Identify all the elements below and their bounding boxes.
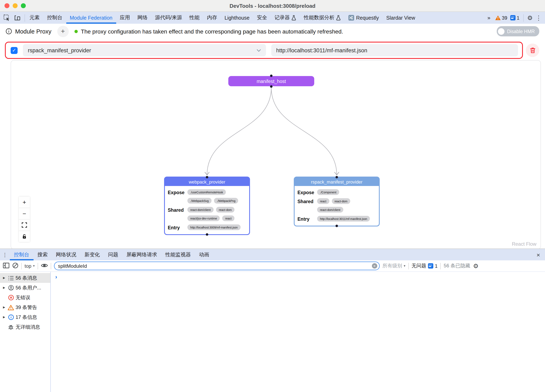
tab-label: 记录器 (275, 14, 290, 21)
console-tab-屏蔽网络请求[interactable]: 屏蔽网络请求 (122, 249, 161, 260)
console-sidebar-item-bug[interactable]: 无详细消息 (0, 322, 50, 332)
experimental-flask-icon (336, 15, 341, 20)
tab-内存[interactable]: 内存 (203, 12, 221, 24)
disable-hmr-toggle[interactable]: Disable HMR (497, 26, 539, 36)
console-sidebar-item-error[interactable]: 无错误 (0, 293, 50, 302)
trash-icon (530, 47, 535, 53)
tab-slardar-view[interactable]: Slardar View (383, 12, 419, 24)
module-pill: react-dom (216, 207, 235, 212)
more-tabs-button[interactable]: » (486, 15, 492, 21)
tab-记录器[interactable]: 记录器 (271, 12, 300, 24)
maximize-window-button[interactable] (21, 3, 26, 8)
devtools-menu-icon[interactable]: ⋮ (536, 15, 542, 21)
tab-label: 安全 (257, 14, 267, 21)
tab-应用[interactable]: 应用 (116, 12, 134, 24)
expand-caret-icon[interactable]: ▶ (2, 286, 6, 289)
shared-row: Shared react-dom/clientreact-domreact/js… (168, 207, 246, 221)
devtools-tabbar-tabs: 元素控制台Module Federation应用网络源代码/来源性能内存Ligh… (26, 12, 483, 24)
entry-pill: http://localhost:3009/mf-manifest.json (187, 224, 241, 230)
shared-label: Shared (168, 207, 185, 212)
console-tabbar: ⋮ 控制台搜索网络状况新变化问题屏蔽网络请求性能监视器动画 × (0, 249, 545, 260)
flow-node-manifest-host[interactable]: manifest_host (228, 76, 314, 86)
console-sidebar-toggle-icon[interactable] (3, 262, 9, 270)
module-pill: react-dom/client (317, 207, 343, 212)
tabbar-separator (523, 14, 524, 21)
tab-源代码-来源[interactable]: 源代码/来源 (151, 12, 186, 24)
zoom-out-button[interactable]: − (19, 208, 30, 219)
log-levels-dropdown[interactable]: 所有级别 ▾ (382, 262, 405, 269)
console-tabs: 控制台搜索网络状况新变化问题屏蔽网络请求性能监视器动画 (10, 249, 213, 260)
console-sidebar-item-info[interactable]: ▶17 条信息 (0, 312, 50, 322)
tab-module-federation[interactable]: Module Federation (66, 12, 116, 24)
tab-安全[interactable]: 安全 (253, 12, 271, 24)
module-graph-panel[interactable]: manifest_host webpack_provider Expose ./… (11, 60, 541, 249)
tab-label: 应用 (120, 14, 130, 21)
console-sidebar-item-warning[interactable]: ▶39 条警告 (0, 302, 50, 312)
proxy-status-message: The proxy configuration has taken effect… (81, 28, 343, 35)
error-icon (8, 295, 14, 301)
tabbar-left-icons (0, 13, 24, 23)
close-window-button[interactable] (5, 3, 9, 8)
manifest-url-input[interactable] (271, 44, 518, 56)
flow-node-rspack-manifest-provider[interactable]: rspack_manifest_provider Expose ./Compon… (294, 177, 380, 226)
tab-性能[interactable]: 性能 (186, 12, 203, 24)
tab-控制台[interactable]: 控制台 (43, 12, 66, 24)
tab-元素[interactable]: 元素 (26, 12, 43, 24)
provider-select[interactable]: rspack_manifest_provider (23, 44, 266, 56)
tab-lighthouse[interactable]: Lighthouse (221, 12, 253, 24)
filter-input[interactable] (58, 263, 369, 269)
expand-caret-icon[interactable]: ▶ (2, 306, 6, 309)
inspect-element-icon[interactable] (2, 13, 12, 23)
rule-enabled-checkbox[interactable]: ✓ (11, 47, 18, 54)
issues-status[interactable]: 无问题 1 (411, 262, 437, 269)
flow-node-webpack-provider[interactable]: webpack_provider Expose ./useCustomRemot… (164, 177, 250, 235)
info-icon[interactable] (6, 28, 12, 34)
fit-view-button[interactable] (19, 219, 30, 231)
sidebar-item-label: 17 条信息 (16, 314, 37, 321)
warnings-badge[interactable]: 39 (495, 15, 507, 21)
sidebar-item-label: 39 条警告 (16, 304, 37, 311)
context-selector[interactable]: top ▾ (25, 263, 35, 269)
tab-requestly[interactable]: Requestly (345, 12, 383, 24)
message-bubble-icon (428, 263, 433, 269)
toolbar-separator (440, 263, 441, 269)
console-sidebar-item-user[interactable]: ▶56 条用户... (0, 283, 50, 293)
shared-label: Shared (297, 198, 315, 204)
messages-badge[interactable]: 1 (510, 15, 520, 21)
delete-rule-button[interactable] (526, 43, 539, 57)
minimize-window-button[interactable] (13, 3, 18, 8)
console-tab-性能监视器[interactable]: 性能监视器 (161, 249, 195, 260)
tab-网络[interactable]: 网络 (134, 12, 151, 24)
console-settings-gear-icon[interactable]: ⚙ (473, 262, 478, 270)
device-toolbar-icon[interactable] (12, 13, 22, 23)
shared-row: Shared reactreact-domreact-dom/client (297, 198, 376, 212)
console-tab-新变化[interactable]: 新变化 (81, 249, 104, 260)
console-tab-网络状况[interactable]: 网络状况 (52, 249, 81, 260)
close-drawer-icon[interactable]: × (532, 251, 545, 258)
drawer-menu-icon[interactable]: ⋮ (0, 252, 10, 258)
clear-console-icon[interactable] (12, 262, 19, 270)
add-proxy-rule-button[interactable]: + (57, 25, 68, 37)
console-tab-问题[interactable]: 问题 (104, 249, 122, 260)
zoom-in-button[interactable]: + (19, 197, 30, 208)
lock-button[interactable] (19, 231, 30, 242)
expand-caret-icon[interactable]: ▶ (2, 276, 6, 280)
console-tab-控制台[interactable]: 控制台 (10, 249, 33, 260)
node-handle (206, 176, 208, 178)
clear-filter-icon[interactable]: × (372, 263, 377, 269)
expose-pills: ./useCustomRemoteHook./WebpackSvg./Webpa… (187, 189, 246, 204)
console-messages-area[interactable]: › (51, 272, 545, 392)
toggle-label: Disable HMR (507, 29, 535, 34)
fit-view-icon (22, 222, 27, 228)
console-sidebar-item-list[interactable]: ▶56 条消息 (0, 273, 50, 283)
module-proxy-header: Module Proxy + The proxy configuration h… (0, 24, 545, 39)
tab-label: Module Federation (70, 15, 112, 21)
react-flow-attribution[interactable]: React Flow (512, 241, 536, 247)
settings-gear-icon[interactable]: ⚙ (527, 15, 533, 21)
console-tab-搜索[interactable]: 搜索 (33, 249, 52, 260)
console-tab-动画[interactable]: 动画 (195, 249, 213, 260)
tab-性能数据分析[interactable]: 性能数据分析 (300, 12, 345, 24)
live-expression-eye-icon[interactable] (41, 263, 48, 269)
module-pill: ./WebpackSvg (187, 198, 211, 204)
expand-caret-icon[interactable]: ▶ (2, 316, 6, 319)
